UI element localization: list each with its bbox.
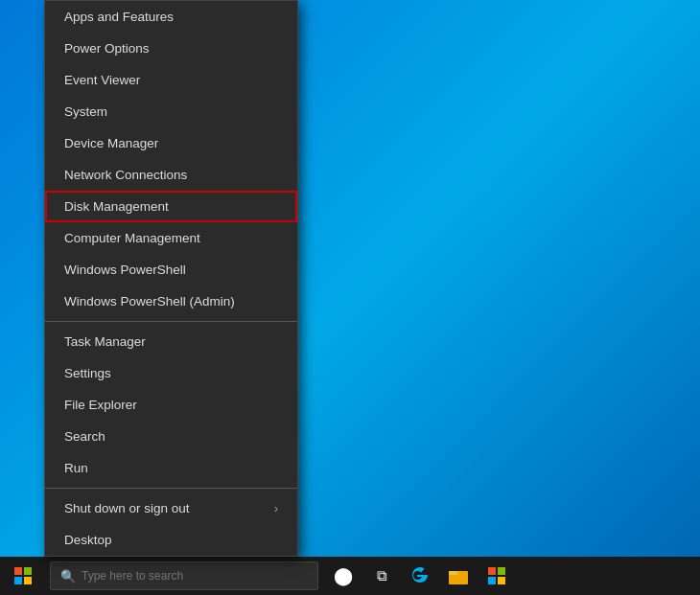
cortana-icon[interactable]: ⬤ xyxy=(326,557,361,595)
svg-rect-4 xyxy=(488,577,496,584)
context-menu: Apps and FeaturesPower OptionsEvent View… xyxy=(44,0,298,557)
menu-item-system[interactable]: System xyxy=(45,96,297,127)
taskbar-icons: ⬤ ⧉ xyxy=(326,557,514,595)
menu-item-label-windows-powershell-admin: Windows PowerShell (Admin) xyxy=(64,294,235,309)
menu-item-label-shut-down: Shut down or sign out xyxy=(64,501,190,515)
store-icon[interactable] xyxy=(479,557,514,595)
menu-item-desktop[interactable]: Desktop xyxy=(45,524,297,556)
menu-item-label-disk-management: Disk Management xyxy=(64,199,169,214)
menu-item-label-task-manager: Task Manager xyxy=(64,334,146,349)
menu-item-label-power-options: Power Options xyxy=(64,41,150,56)
menu-item-apps-features[interactable]: Apps and Features xyxy=(45,1,297,33)
divider-divider2 xyxy=(45,488,297,489)
menu-item-label-computer-management: Computer Management xyxy=(64,231,200,245)
menu-item-task-manager[interactable]: Task Manager xyxy=(45,326,297,357)
menu-item-computer-management[interactable]: Computer Management xyxy=(45,222,297,254)
search-input[interactable] xyxy=(82,569,308,583)
microsoft-store-icon xyxy=(487,566,506,585)
menu-item-file-explorer[interactable]: File Explorer xyxy=(45,389,297,421)
menu-item-settings[interactable]: Settings xyxy=(45,357,297,389)
menu-item-run[interactable]: Run xyxy=(45,452,297,484)
menu-item-shut-down[interactable]: Shut down or sign out› xyxy=(45,492,297,524)
menu-item-network-connections[interactable]: Network Connections xyxy=(45,159,297,191)
edge-icon[interactable] xyxy=(403,557,437,595)
desktop: Apps and FeaturesPower OptionsEvent View… xyxy=(0,0,700,595)
menu-item-label-settings: Settings xyxy=(64,366,111,380)
svg-rect-2 xyxy=(488,567,496,575)
start-button[interactable] xyxy=(0,557,46,595)
menu-item-label-apps-features: Apps and Features xyxy=(64,10,174,24)
menu-item-label-system: System xyxy=(64,104,107,119)
menu-item-event-viewer[interactable]: Event Viewer xyxy=(45,64,297,96)
windows-logo-icon xyxy=(14,567,32,584)
menu-item-label-desktop: Desktop xyxy=(64,533,112,547)
svg-rect-3 xyxy=(498,567,505,575)
menu-item-label-windows-powershell: Windows PowerShell xyxy=(64,263,186,277)
menu-item-label-network-connections: Network Connections xyxy=(64,168,187,182)
menu-item-windows-powershell-admin[interactable]: Windows PowerShell (Admin) xyxy=(45,286,297,317)
menu-item-label-file-explorer: File Explorer xyxy=(64,398,137,412)
taskbar: 🔍 ⬤ ⧉ xyxy=(0,557,700,595)
folder-icon xyxy=(449,567,468,584)
menu-item-label-event-viewer: Event Viewer xyxy=(64,73,140,87)
chevron-icon-shut-down: › xyxy=(274,502,278,515)
svg-rect-5 xyxy=(498,577,505,584)
search-bar[interactable]: 🔍 xyxy=(50,561,318,590)
svg-rect-1 xyxy=(449,571,457,575)
menu-item-windows-powershell[interactable]: Windows PowerShell xyxy=(45,254,297,286)
file-explorer-taskbar-icon[interactable] xyxy=(441,557,476,595)
menu-item-power-options[interactable]: Power Options xyxy=(45,33,297,64)
divider-divider1 xyxy=(45,321,297,322)
menu-item-label-device-manager: Device Manager xyxy=(64,136,158,150)
edge-browser-icon xyxy=(410,566,430,585)
menu-item-label-run: Run xyxy=(64,461,88,475)
search-icon: 🔍 xyxy=(60,569,76,584)
task-view-icon[interactable]: ⧉ xyxy=(364,557,399,595)
menu-item-label-search: Search xyxy=(64,429,105,444)
menu-item-disk-management[interactable]: Disk Management xyxy=(45,191,297,222)
menu-item-search[interactable]: Search xyxy=(45,421,297,452)
menu-item-device-manager[interactable]: Device Manager xyxy=(45,127,297,159)
